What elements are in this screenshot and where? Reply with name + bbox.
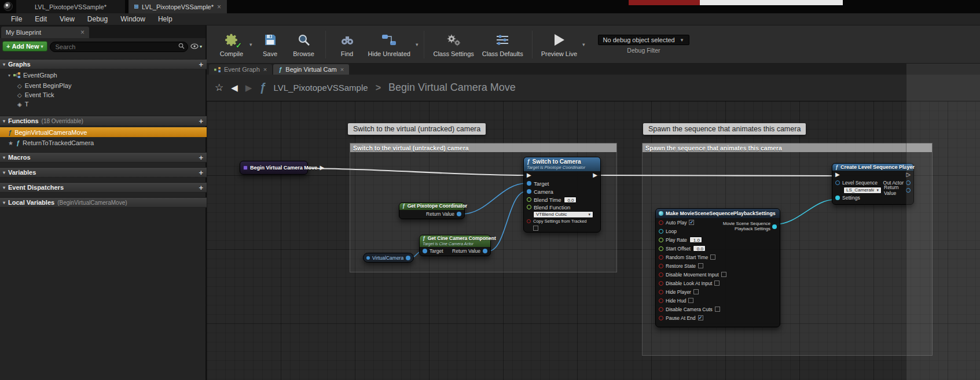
close-icon[interactable]: × [80, 29, 85, 36]
add-graph-button[interactable]: + [199, 61, 203, 68]
add-new-button[interactable]: + Add New ▾ [2, 41, 47, 51]
level-sequence-asset-picker[interactable]: LS_CameraMove ▾ [843, 187, 882, 194]
node-make-playback-settings[interactable]: Make MovieSceneSequencePlaybackSettings … [655, 208, 780, 327]
debug-object-dropdown[interactable]: No debug object selected ▾ [598, 35, 690, 45]
menu-item[interactable]: Debug [81, 13, 114, 25]
sidebar-item-returntotrackedcamera[interactable]: ★ ƒ ReturnToTrackedCamera [0, 138, 207, 147]
start-offset-pin[interactable] [659, 246, 663, 251]
section-header-graphs[interactable]: ▾ Graphs + [0, 59, 207, 69]
bool-pin[interactable] [659, 307, 663, 312]
compile-button[interactable]: ✓ Compile [215, 27, 248, 62]
pin-checkbox[interactable]: ✓ [698, 315, 703, 320]
expand-arrow-icon[interactable]: ▾ [3, 62, 5, 67]
pin-checkbox[interactable] [721, 272, 726, 277]
expand-arrow-icon[interactable]: ▾ [8, 73, 10, 78]
auto-play-checkbox[interactable]: ✓ [689, 220, 694, 225]
expand-arrow-icon[interactable]: ▾ [3, 170, 5, 175]
menu-item[interactable]: View [53, 13, 81, 25]
favorite-star-icon[interactable]: ☆ [215, 82, 223, 94]
window-tab-blueprint[interactable]: LVL_PixotopeVSSample* × [129, 0, 227, 13]
add-variable-button[interactable]: + [199, 169, 203, 176]
target-pin[interactable] [527, 181, 531, 186]
graph-canvas[interactable]: Switch to the virtual (untracked) camera… [207, 101, 980, 380]
variable-out-pin[interactable] [406, 256, 410, 260]
bool-pin[interactable] [659, 298, 663, 303]
camera-pin[interactable] [527, 189, 531, 194]
menu-item[interactable]: Window [114, 13, 152, 25]
return-value-pin[interactable] [483, 249, 487, 253]
preview-live-button[interactable]: Preview Live [537, 27, 581, 62]
blend-time-field[interactable]: 0.0 [564, 197, 577, 203]
node-virtual-camera-variable[interactable]: VirtualCamera 1 [363, 253, 414, 263]
section-header-macros[interactable]: ▾ Macros + [0, 152, 207, 163]
section-header-local-variables[interactable]: ▾ Local Variables (BeginVirtualCameraMov… [0, 197, 207, 208]
exec-wire[interactable] [302, 168, 526, 175]
pin-checkbox[interactable] [715, 307, 720, 312]
section-header-variables[interactable]: ▾ Variables + [0, 167, 207, 178]
exec-in-pin[interactable]: ▶ [835, 172, 840, 178]
bool-pin[interactable] [659, 281, 663, 286]
copy-settings-checkbox[interactable] [533, 226, 538, 231]
expand-arrow-icon[interactable]: ▾ [3, 119, 5, 124]
settings-pin[interactable] [835, 195, 840, 200]
playback-settings-out-pin[interactable] [772, 224, 777, 229]
menu-item[interactable]: Help [152, 13, 179, 25]
find-button[interactable]: Find [331, 27, 364, 62]
pin-checkbox[interactable] [710, 254, 715, 260]
bool-pin[interactable] [659, 290, 663, 294]
exec-out-pin[interactable]: ▶ [320, 165, 324, 171]
sidebar-item-event-t[interactable]: ◈ T [0, 99, 207, 109]
tab-begin-virtual-camera[interactable]: ƒ Begin Virtual Cam × [273, 64, 349, 75]
my-blueprint-tab[interactable]: My Blueprint × [1, 27, 89, 38]
expand-arrow-icon[interactable]: ▾ [3, 200, 5, 205]
sidebar-item-event-tick[interactable]: ◇ Event Tick [0, 90, 207, 99]
menu-item[interactable]: File [5, 13, 28, 25]
node-begin-virtual-camera-move[interactable]: Begin Virtual Camera Move ▶ [240, 161, 308, 175]
object-wire[interactable] [489, 191, 526, 251]
browse-button[interactable]: Browse [287, 27, 321, 62]
exec-in-pin[interactable]: ▶ [527, 172, 531, 178]
bool-pin[interactable] [659, 255, 663, 260]
pin-checkbox[interactable] [714, 281, 720, 286]
exec-wire[interactable] [597, 175, 835, 176]
blend-function-dropdown[interactable]: VTBlend Cubic ▾ [533, 211, 593, 218]
pin-checkbox[interactable] [698, 263, 703, 268]
save-button[interactable]: Save [254, 27, 287, 62]
tab-event-graph[interactable]: Event Graph × [209, 64, 272, 75]
class-settings-button[interactable]: Class Settings [429, 27, 478, 62]
search-input[interactable] [50, 42, 188, 52]
expand-arrow-icon[interactable]: ▾ [3, 155, 5, 160]
node-get-cine-camera-component[interactable]: ƒ Get Cine Camera Component Target is Ci… [419, 235, 491, 256]
struct-wire[interactable] [775, 200, 835, 224]
class-defaults-button[interactable]: Class Defaults [478, 27, 527, 62]
play-rate-pin[interactable] [659, 238, 663, 242]
blend-function-pin[interactable] [527, 205, 531, 209]
sidebar-item-event-beginplay[interactable]: ◇ Event BeginPlay [0, 81, 207, 90]
hide-unrelated-options-chevron-icon[interactable]: ▾ [416, 42, 419, 47]
nav-forward-icon[interactable]: ▶ [245, 83, 252, 93]
pin-checkbox[interactable] [693, 289, 699, 294]
node-create-level-sequence-player[interactable]: ƒ Create Level Sequence Player ▶ ▷ Level… [832, 163, 914, 205]
close-icon[interactable]: × [263, 66, 267, 73]
bool-pin[interactable] [659, 272, 663, 277]
close-icon[interactable]: × [340, 66, 344, 73]
close-icon[interactable]: × [217, 3, 221, 10]
preview-live-options-chevron-icon[interactable]: ▾ [582, 42, 585, 47]
sidebar-item-beginvirtualcameramove[interactable]: ƒ BeginVirtualCameraMove [0, 127, 207, 137]
target-pin[interactable] [423, 249, 427, 253]
auto-play-pin[interactable] [659, 220, 663, 225]
add-macro-button[interactable]: + [199, 154, 203, 161]
expand-arrow-icon[interactable]: ▾ [3, 185, 5, 190]
level-sequence-pin[interactable] [835, 180, 840, 185]
compile-options-chevron-icon[interactable]: ▾ [249, 42, 252, 47]
hide-unrelated-button[interactable]: Hide Unrelated [364, 27, 414, 62]
return-value-pin[interactable] [457, 212, 461, 216]
start-offset-field[interactable]: 0.0 [693, 245, 706, 252]
copy-settings-pin[interactable] [527, 219, 531, 223]
pin-checkbox[interactable] [688, 298, 693, 303]
section-header-functions[interactable]: ▾ Functions (18 Overridable) + [0, 116, 207, 126]
unreal-logo-icon[interactable] [3, 2, 13, 11]
breadcrumb-root[interactable]: LVL_PixotopeVSSample [273, 83, 368, 93]
blend-time-pin[interactable] [527, 197, 531, 202]
bool-pin[interactable] [659, 264, 663, 268]
